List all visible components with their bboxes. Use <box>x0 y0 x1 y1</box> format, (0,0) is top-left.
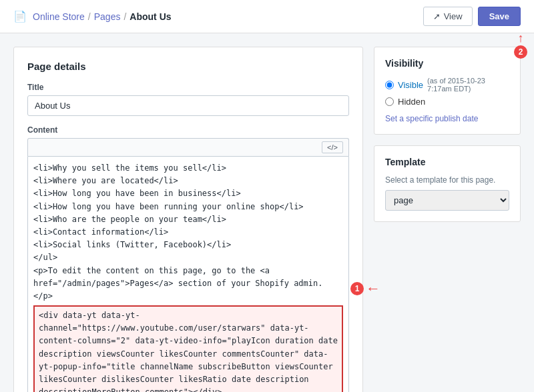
visibility-title: Visibility <box>385 58 509 69</box>
content-label: Content <box>27 125 349 135</box>
title-label: Title <box>27 83 349 92</box>
hidden-label: Hidden <box>398 97 425 107</box>
right-panel: Visibility Visible (as of 2015-10-23 7:1… <box>374 47 521 222</box>
top-bar: 📄 Online Store / Pages / About Us ➚ View… <box>0 0 534 33</box>
left-panel: Page details Title Content </> <li>Why y… <box>13 47 363 392</box>
store-icon: 📄 <box>13 10 27 23</box>
template-select[interactable]: page <box>385 190 509 211</box>
content-toolbar: </> <box>27 138 349 156</box>
publish-date-link[interactable]: Set a specific publish date <box>385 114 478 123</box>
main-content: Page details Title Content </> <li>Why y… <box>0 33 534 392</box>
view-button[interactable]: ➚ View <box>423 7 473 26</box>
template-description: Select a template for this page. <box>385 175 509 185</box>
normal-content: <li>Why you sell the items you sell</li>… <box>33 162 343 305</box>
hidden-radio[interactable] <box>385 97 394 106</box>
breadcrumb-current: About Us <box>129 11 171 22</box>
visible-option[interactable]: Visible (as of 2015-10-23 7:17am EDT) <box>385 77 509 93</box>
annotation-badge-2: 2 <box>514 45 527 59</box>
breadcrumb-sep-2: / <box>123 11 126 22</box>
panel-title: Page details <box>27 61 349 72</box>
highlighted-content: <div data-yt data-yt- channel="https://w… <box>33 305 343 392</box>
visible-label: Visible <box>398 80 423 90</box>
visible-radio[interactable] <box>385 81 394 89</box>
template-card: Template Select a template for this page… <box>374 145 521 222</box>
arrow-up-icon: ↑ <box>518 32 524 44</box>
visibility-radio-group: Visible (as of 2015-10-23 7:17am EDT) Hi… <box>385 77 509 107</box>
external-link-icon: ➚ <box>433 11 441 21</box>
breadcrumb-pages[interactable]: Pages <box>94 11 121 22</box>
top-bar-actions: ➚ View Save <box>423 7 521 26</box>
breadcrumb-sep-1: / <box>88 11 91 22</box>
breadcrumb-online-store[interactable]: Online Store <box>33 11 85 22</box>
annotation-arrow-2: ↑ 2 <box>514 32 527 59</box>
visibility-card: Visibility Visible (as of 2015-10-23 7:1… <box>374 47 521 135</box>
annotation-badge-1: 1 <box>350 282 364 295</box>
annotation-arrow-1: 1 ← <box>350 280 380 297</box>
page-wrapper: 📄 Online Store / Pages / About Us ➚ View… <box>0 0 534 392</box>
arrow-left-icon: ← <box>366 280 380 297</box>
template-title: Template <box>385 157 509 167</box>
visible-note: (as of 2015-10-23 7:17am EDT) <box>427 77 509 93</box>
html-toggle-button[interactable]: </> <box>322 141 343 153</box>
breadcrumb: 📄 Online Store / Pages / About Us <box>13 10 172 23</box>
title-input[interactable] <box>27 95 349 116</box>
content-editor[interactable]: <li>Why you sell the items you sell</li>… <box>27 156 349 392</box>
save-button[interactable]: Save <box>478 7 521 26</box>
hidden-option[interactable]: Hidden <box>385 97 509 107</box>
